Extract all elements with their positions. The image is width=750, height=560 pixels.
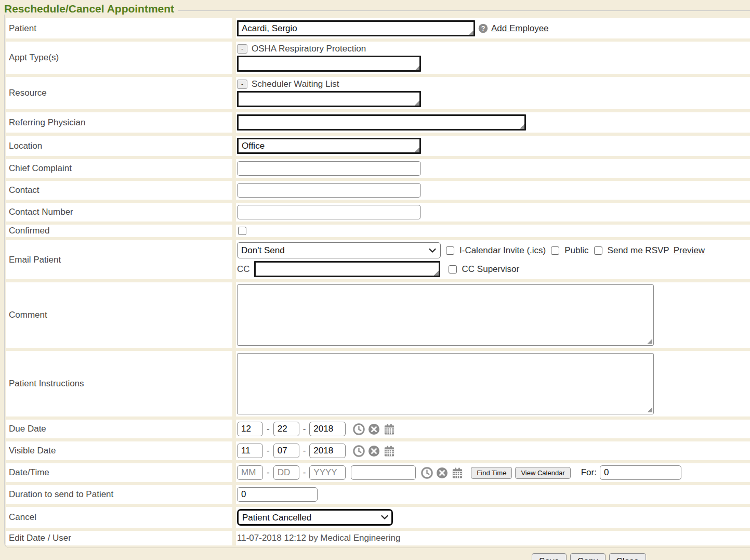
copy-button[interactable]: Copy <box>570 553 606 560</box>
cancel-reason-select[interactable]: Patient Cancelled <box>237 509 393 526</box>
appt-type-input[interactable] <box>237 56 421 72</box>
visible-date-label: Visible Date <box>6 441 232 460</box>
patient-instructions-label: Patient Instructions <box>6 351 232 416</box>
fieldset-border-line <box>178 10 750 11</box>
date-separator: - <box>303 446 306 456</box>
due-date-month-input[interactable] <box>237 422 263 436</box>
for-label: For: <box>581 467 597 478</box>
clock-icon[interactable] <box>421 467 433 479</box>
comment-textarea[interactable] <box>237 284 654 346</box>
view-calendar-button[interactable]: View Calendar <box>515 467 570 479</box>
appt-types-label: Appt Type(s) <box>6 42 232 74</box>
row-patient: Patient ? Add Employee <box>6 18 750 38</box>
duration-input[interactable] <box>237 487 318 502</box>
referring-physician-label: Referring Physician <box>6 112 232 133</box>
location-input[interactable] <box>237 138 421 154</box>
page-title: Reschedule/Cancel Appointment <box>4 3 174 15</box>
clock-icon[interactable] <box>353 445 365 457</box>
patient-input[interactable] <box>237 20 475 36</box>
location-label: Location <box>6 136 232 156</box>
duration-label: Duration to send to Patient <box>6 485 232 504</box>
clear-date-icon[interactable] <box>368 445 380 457</box>
visible-date-day-input[interactable] <box>273 444 299 458</box>
date-separator: - <box>267 446 270 456</box>
due-date-label: Due Date <box>6 420 232 438</box>
chief-complaint-input[interactable] <box>237 161 421 176</box>
row-location: Location <box>6 136 750 156</box>
add-employee-link[interactable]: Add Employee <box>491 23 549 34</box>
datetime-day-input[interactable] <box>273 465 299 480</box>
referring-physician-input[interactable] <box>237 114 526 131</box>
due-date-year-input[interactable] <box>309 422 346 436</box>
calendar-icon[interactable] <box>383 445 396 457</box>
public-checkbox[interactable] <box>551 246 559 255</box>
edit-date-user-label: Edit Date / User <box>6 531 232 545</box>
row-edit-date-user: Edit Date / User 11-07-2018 12:12 by Med… <box>6 531 750 545</box>
confirmed-label: Confirmed <box>6 225 232 237</box>
svg-text:?: ? <box>481 25 485 32</box>
row-visible-date: Visible Date -- <box>6 441 750 460</box>
date-separator: - <box>303 424 306 434</box>
row-due-date: Due Date -- <box>6 420 750 438</box>
confirmed-checkbox[interactable] <box>238 227 246 235</box>
resource-label: Resource <box>6 77 232 109</box>
ical-invite-checkbox[interactable] <box>446 246 454 255</box>
contact-input[interactable] <box>237 183 421 198</box>
date-separator: - <box>303 467 306 478</box>
send-rsvp-checkbox[interactable] <box>594 246 602 255</box>
contact-label: Contact <box>6 181 232 200</box>
patient-label: Patient <box>6 18 232 38</box>
date-separator: - <box>267 467 270 478</box>
edit-date-user-value: 11-07-2018 12:12 by Medical Engineering <box>237 533 400 543</box>
cc-label: CC <box>237 264 250 275</box>
resource-selected-text: Scheduler Waiting List <box>252 79 339 89</box>
resource-collapse-button[interactable]: - <box>237 80 247 89</box>
row-contact-number: Contact Number <box>6 203 750 222</box>
row-chief-complaint: Chief Complaint <box>6 159 750 178</box>
close-button[interactable]: Close <box>609 553 646 560</box>
clock-icon[interactable] <box>353 423 365 435</box>
row-contact: Contact <box>6 181 750 200</box>
row-appt-types: Appt Type(s) - OSHA Respiratory Protecti… <box>6 42 750 74</box>
appt-selected-text: OSHA Respiratory Protection <box>252 44 366 54</box>
help-icon[interactable]: ? <box>478 23 488 33</box>
row-referring-physician: Referring Physician <box>6 112 750 133</box>
row-comment: Comment <box>6 282 750 348</box>
appt-collapse-button[interactable]: - <box>237 44 247 54</box>
ical-invite-label: I-Calendar Invite (.ics) <box>459 245 546 256</box>
clear-date-icon[interactable] <box>368 423 380 435</box>
email-patient-label: Email Patient <box>6 240 232 279</box>
row-confirmed: Confirmed <box>6 225 750 237</box>
due-date-day-input[interactable] <box>273 422 299 436</box>
preview-link[interactable]: Preview <box>674 245 705 256</box>
row-cancel: Cancel Patient Cancelled <box>6 507 750 528</box>
for-input[interactable] <box>600 465 681 480</box>
chief-complaint-label: Chief Complaint <box>6 159 232 178</box>
find-time-button[interactable]: Find Time <box>471 467 512 479</box>
datetime-time-input[interactable] <box>351 465 416 480</box>
calendar-icon[interactable] <box>383 423 396 435</box>
cc-supervisor-label: CC Supervisor <box>462 264 520 275</box>
clear-date-icon[interactable] <box>436 467 448 479</box>
public-label: Public <box>564 245 588 256</box>
datetime-month-input[interactable] <box>237 465 263 480</box>
calendar-icon[interactable] <box>451 467 464 479</box>
date-separator: - <box>267 424 270 434</box>
cc-input[interactable] <box>254 261 440 277</box>
appointment-form: Patient ? Add Employee Appt Type(s) - OS… <box>4 15 750 548</box>
resource-input[interactable] <box>237 91 421 107</box>
row-duration: Duration to send to Patient <box>6 485 750 504</box>
visible-date-month-input[interactable] <box>237 444 263 458</box>
comment-label: Comment <box>6 282 232 348</box>
datetime-label: Date/Time <box>6 463 232 482</box>
save-button[interactable]: Save <box>532 553 567 560</box>
cc-supervisor-checkbox[interactable] <box>449 265 457 274</box>
email-send-select[interactable]: Don't Send <box>237 242 441 258</box>
visible-date-year-input[interactable] <box>309 444 346 458</box>
cancel-label: Cancel <box>6 507 232 528</box>
datetime-year-input[interactable] <box>309 465 346 480</box>
patient-instructions-textarea[interactable] <box>237 353 654 414</box>
contact-number-input[interactable] <box>237 205 421 219</box>
row-resource: Resource - Scheduler Waiting List <box>6 77 750 109</box>
send-rsvp-label: Send me RSVP <box>608 245 669 256</box>
